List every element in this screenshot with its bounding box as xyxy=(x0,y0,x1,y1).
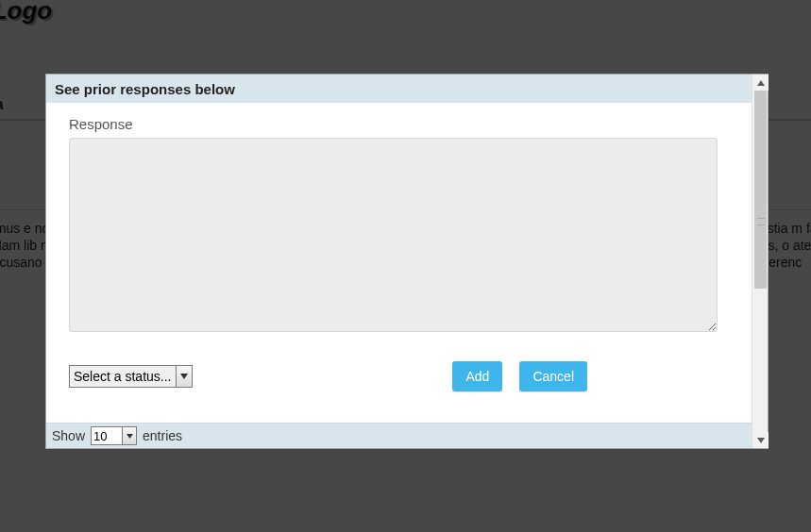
response-textarea[interactable] xyxy=(69,138,718,332)
status-select[interactable]: Select a status... xyxy=(69,365,193,388)
scroll-up-button[interactable] xyxy=(752,75,769,91)
modal-title: See prior responses below xyxy=(46,75,768,105)
add-button[interactable]: Add xyxy=(452,361,502,391)
page-size-select-field[interactable]: 10 xyxy=(92,427,122,444)
page-size-select[interactable]: 10 xyxy=(91,426,137,445)
scrollbar-grip-icon xyxy=(757,218,765,225)
entries-label: entries xyxy=(143,428,182,443)
response-label: Response xyxy=(69,116,729,132)
response-modal: See prior responses below Response Selec… xyxy=(45,74,769,449)
status-select-field[interactable]: Select a status... xyxy=(70,366,176,387)
cancel-button[interactable]: Cancel xyxy=(519,361,587,391)
chevron-down-icon xyxy=(122,427,136,444)
datatable-length-control: Show 10 entries xyxy=(46,423,752,448)
modal-body: Response Select a status... Add Cancel xyxy=(46,103,752,423)
scroll-down-button[interactable] xyxy=(752,432,769,448)
modal-scrollbar[interactable] xyxy=(752,75,768,448)
chevron-down-icon xyxy=(176,366,192,387)
show-label: Show xyxy=(52,428,85,443)
scrollbar-thumb[interactable] xyxy=(754,91,767,289)
